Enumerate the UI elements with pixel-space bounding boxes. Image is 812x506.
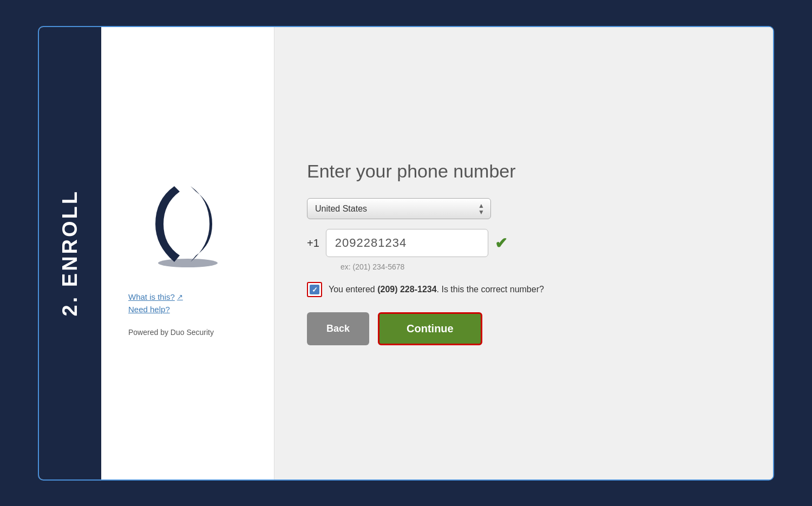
main-frame: 2. ENROLL What is this? ↗ bbox=[38, 26, 774, 481]
main-area: What is this? ↗ Need help? Powered by Du… bbox=[101, 27, 773, 479]
buttons-row: Back Continue bbox=[307, 312, 741, 345]
checkbox-inner: ✓ bbox=[310, 285, 319, 294]
left-panel: What is this? ↗ Need help? Powered by Du… bbox=[101, 27, 274, 479]
back-button[interactable]: Back bbox=[307, 312, 369, 345]
country-code: +1 bbox=[307, 237, 319, 249]
example-text: ex: (201) 234-5678 bbox=[340, 262, 741, 271]
links-container: What is this? ↗ Need help? bbox=[112, 292, 263, 314]
powered-by-text: Powered by Duo Security bbox=[128, 328, 214, 337]
what-is-this-label: What is this? bbox=[128, 292, 175, 301]
powered-by: Powered by Duo Security bbox=[112, 328, 263, 337]
need-help-link[interactable]: Need help? bbox=[128, 305, 170, 314]
sidebar-label: 2. ENROLL bbox=[58, 189, 82, 316]
checkbox-check-icon: ✓ bbox=[312, 286, 318, 294]
duo-logo bbox=[145, 170, 231, 278]
need-help-label: Need help? bbox=[128, 305, 170, 314]
svg-point-0 bbox=[158, 259, 218, 267]
right-panel: Enter your phone number United States Ca… bbox=[274, 27, 773, 479]
country-select[interactable]: United States Canada United Kingdom Aust… bbox=[307, 198, 491, 219]
what-is-this-link[interactable]: What is this? ↗ bbox=[128, 292, 183, 301]
sidebar: 2. ENROLL bbox=[39, 27, 101, 479]
page-title: Enter your phone number bbox=[307, 161, 741, 182]
confirmation-row: ✓ You entered (209) 228-1234. Is this th… bbox=[307, 282, 741, 297]
confirmation-phone: (209) 228-1234 bbox=[377, 285, 436, 294]
external-link-icon: ↗ bbox=[177, 293, 183, 301]
confirmation-checkbox-wrapper[interactable]: ✓ bbox=[307, 282, 322, 297]
valid-check-icon: ✔ bbox=[495, 234, 507, 252]
phone-input[interactable] bbox=[326, 229, 488, 257]
phone-row: +1 ✔ bbox=[307, 229, 741, 257]
continue-button[interactable]: Continue bbox=[378, 312, 482, 345]
country-select-wrapper[interactable]: United States Canada United Kingdom Aust… bbox=[307, 198, 491, 219]
logo-container bbox=[145, 170, 231, 278]
confirmation-text: You entered (209) 228-1234. Is this the … bbox=[329, 285, 544, 294]
confirmation-suffix: . Is this the correct number? bbox=[437, 285, 544, 294]
confirmation-prefix: You entered bbox=[329, 285, 377, 294]
